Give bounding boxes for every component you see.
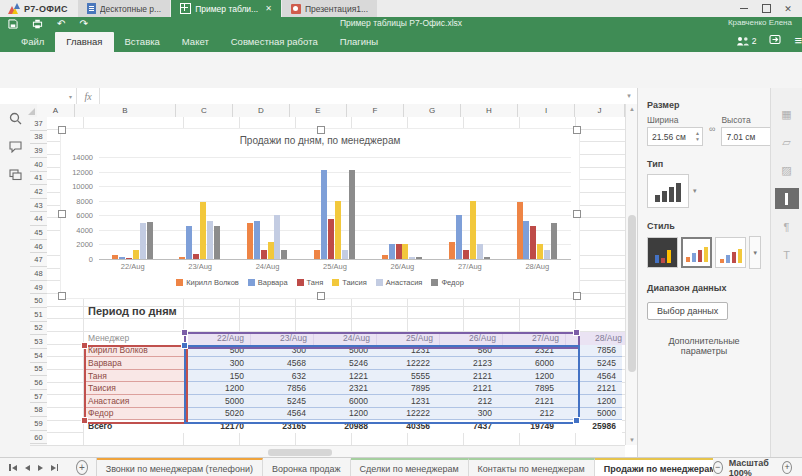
table-row[interactable]: Федор502045641200122223002125000 xyxy=(84,408,576,421)
value-cell[interactable]: 2121 xyxy=(560,382,622,395)
tab-главная[interactable]: Главная xyxy=(55,32,113,52)
os-tab-document[interactable]: Десктопные р... xyxy=(78,0,170,17)
value-cell[interactable]: 5000 xyxy=(188,395,250,408)
value-cell[interactable]: 5245 xyxy=(250,395,312,408)
chart-resize-handle[interactable] xyxy=(58,126,66,134)
tab-вставка[interactable]: Вставка xyxy=(114,32,171,52)
value-cell[interactable]: 2123 xyxy=(436,357,498,370)
total-value-cell[interactable]: 7437 xyxy=(436,420,498,433)
row-header-38[interactable]: 38 xyxy=(30,131,47,145)
manager-name-cell[interactable]: Таисия xyxy=(84,382,188,395)
column-header-D[interactable]: D xyxy=(233,104,290,117)
table-row[interactable]: Таисия1200785623217895212178952121 xyxy=(84,382,576,395)
previous-sheet-icon[interactable] xyxy=(25,465,30,471)
chart-bar[interactable] xyxy=(261,250,267,259)
row-header-50[interactable]: 50 xyxy=(30,294,47,308)
header-date[interactable]: 25/Aug xyxy=(377,332,440,345)
value-cell[interactable]: 12222 xyxy=(374,408,436,421)
chart-bar[interactable] xyxy=(207,221,213,259)
header-date[interactable]: 28/Aug xyxy=(566,332,629,345)
close-tab-icon[interactable]: ✕ xyxy=(265,4,272,13)
column-header-F[interactable]: F xyxy=(347,104,404,117)
chart-bar[interactable] xyxy=(530,226,536,259)
cell-settings-icon[interactable]: ▦ xyxy=(775,104,799,125)
row-header-43[interactable]: 43 xyxy=(30,199,47,213)
chart-bar[interactable] xyxy=(396,244,402,259)
column-header-G[interactable]: G xyxy=(404,104,461,117)
value-cell[interactable]: 1231 xyxy=(374,345,436,358)
chart-bar[interactable] xyxy=(416,257,422,259)
header-date[interactable]: 23/Aug xyxy=(251,332,314,345)
chart-bar[interactable] xyxy=(186,226,192,259)
manager-name-cell[interactable]: Анастасия xyxy=(84,395,188,408)
chart-bar[interactable] xyxy=(342,250,348,259)
value-cell[interactable]: 2121 xyxy=(436,382,498,395)
row-header-44[interactable]: 44 xyxy=(30,212,47,226)
value-cell[interactable]: 5000 xyxy=(560,408,622,421)
sheet-tab[interactable]: Продажи по менеджерам за неделю xyxy=(595,458,713,476)
value-cell[interactable]: 7856 xyxy=(560,345,622,358)
value-cell[interactable]: 1200 xyxy=(312,408,374,421)
chart-bar[interactable] xyxy=(470,201,476,259)
constrain-proportions-icon[interactable]: ∞ xyxy=(709,124,715,134)
close-icon[interactable]: ✕ xyxy=(778,1,798,16)
row-header-58[interactable]: 58 xyxy=(30,403,47,417)
chart-bar[interactable] xyxy=(335,201,341,259)
value-cell[interactable]: 212 xyxy=(436,395,498,408)
row-header-41[interactable]: 41 xyxy=(30,172,47,186)
row-header-45[interactable]: 45 xyxy=(30,226,47,240)
column-header-J[interactable]: J xyxy=(575,104,625,117)
first-sheet-icon[interactable] xyxy=(9,464,17,471)
row-header-48[interactable]: 48 xyxy=(30,267,47,281)
formula-input[interactable] xyxy=(100,88,621,104)
chart-resize-handle[interactable] xyxy=(58,210,66,218)
chart-bar[interactable] xyxy=(133,250,139,259)
chart-bar[interactable] xyxy=(179,257,185,259)
chart-bar[interactable] xyxy=(147,222,153,259)
shape-settings-icon[interactable]: ▱ xyxy=(775,132,799,153)
value-cell[interactable]: 300 xyxy=(250,345,312,358)
chart-bar[interactable] xyxy=(409,257,415,259)
total-value-cell[interactable]: 19749 xyxy=(498,420,560,433)
insert-function-icon[interactable]: fx xyxy=(77,88,100,104)
value-cell[interactable]: 1231 xyxy=(374,395,436,408)
select-all-corner[interactable] xyxy=(30,104,37,117)
value-cell[interactable]: 2121 xyxy=(498,395,560,408)
value-cell[interactable]: 7895 xyxy=(374,382,436,395)
os-tab-spreadsheet[interactable]: Пример табли...✕ xyxy=(171,0,281,17)
chart-bar[interactable] xyxy=(200,202,206,259)
last-sheet-icon[interactable] xyxy=(51,464,59,471)
maximize-icon[interactable] xyxy=(756,1,776,16)
header-date[interactable]: 24/Aug xyxy=(314,332,377,345)
header-date[interactable]: 26/Aug xyxy=(440,332,503,345)
tab-плагины[interactable]: Плагины xyxy=(329,32,390,52)
value-cell[interactable]: 5000 xyxy=(312,345,374,358)
value-cell[interactable]: 6000 xyxy=(312,395,374,408)
chart-resize-handle[interactable] xyxy=(58,292,66,300)
chart-bar[interactable] xyxy=(247,223,253,259)
add-sheet-icon[interactable]: + xyxy=(76,460,88,475)
data-table[interactable]: Менеджер22/Aug23/Aug24/Aug25/Aug26/Aug27… xyxy=(84,332,576,433)
total-value-cell[interactable]: 20988 xyxy=(312,420,374,433)
row-header-60[interactable]: 60 xyxy=(30,431,47,445)
tab-макет[interactable]: Макет xyxy=(171,32,220,52)
value-cell[interactable]: 1200 xyxy=(560,395,622,408)
value-cell[interactable]: 2121 xyxy=(436,370,498,383)
chart-bar[interactable] xyxy=(484,257,490,259)
total-value-cell[interactable]: 25986 xyxy=(560,420,622,433)
cell-name-box[interactable]: ▾ xyxy=(0,88,77,104)
manager-name-cell[interactable]: Таня xyxy=(84,370,188,383)
zoom-out-icon[interactable]: − xyxy=(713,461,723,474)
chart-bar[interactable] xyxy=(281,250,287,259)
chart-bar[interactable] xyxy=(456,215,462,259)
os-tab-presentation[interactable]: Презентация1... xyxy=(282,0,377,17)
chart-bar[interactable] xyxy=(382,255,388,259)
chart-object[interactable]: Продажи по дням, по менеджерам 020004000… xyxy=(60,128,580,299)
tab-файл[interactable]: Файл xyxy=(10,32,55,52)
total-label-cell[interactable]: Всего xyxy=(84,420,188,433)
collaborators-icon[interactable]: 2 xyxy=(736,36,757,46)
row-header-53[interactable]: 53 xyxy=(30,335,47,349)
column-header-H[interactable]: H xyxy=(461,104,518,117)
value-cell[interactable]: 4564 xyxy=(560,370,622,383)
table-row[interactable]: Варвара3004568524612222212360005245 xyxy=(84,357,576,370)
